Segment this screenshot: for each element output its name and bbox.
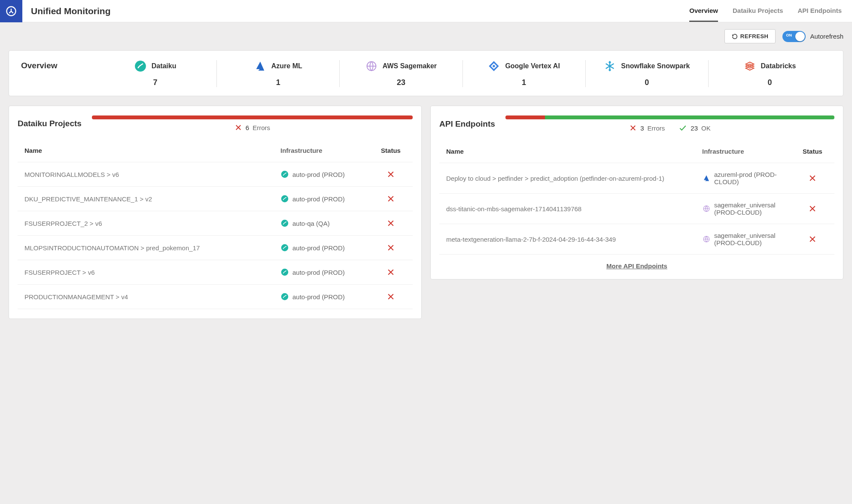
row-status	[797, 174, 828, 182]
table-row[interactable]: dss-titanic-on-mbs-sagemaker-17140411397…	[439, 194, 834, 224]
sagemaker-icon	[702, 204, 711, 213]
row-status	[376, 292, 406, 301]
svg-point-1	[135, 61, 146, 72]
col-name: Name	[446, 148, 697, 155]
table-row[interactable]: Deploy to cloud > petfinder > predict_ad…	[439, 163, 834, 194]
col-status: Status	[376, 147, 406, 154]
content: Overview Dataiku7Azure ML1AWS Sagemaker2…	[0, 43, 852, 326]
svg-point-5	[281, 220, 289, 227]
col-infra: Infrastructure	[280, 147, 371, 154]
error-icon	[386, 170, 395, 179]
autorefresh-label: Autorefresh	[810, 33, 843, 40]
ok-label: OK	[701, 124, 711, 132]
dataiku-icon	[134, 60, 146, 72]
error-icon	[386, 194, 395, 203]
error-icon	[386, 219, 395, 228]
azure-icon	[254, 60, 266, 72]
status-bar-stack: 6 Errors	[92, 115, 413, 131]
ok-count: 23	[691, 124, 698, 132]
tab-api-endpoints[interactable]: API Endpoints	[798, 0, 842, 22]
dataiku-icon	[280, 268, 289, 276]
svg-point-4	[281, 195, 289, 203]
api-endpoints-panel: API Endpoints 3 Errors	[430, 106, 843, 279]
tab-dataiku-projects[interactable]: Dataiku Projects	[733, 0, 783, 22]
table-header: Name Infrastructure Status	[18, 139, 413, 162]
table-row[interactable]: meta-textgeneration-llama-2-7b-f-2024-04…	[439, 224, 834, 255]
row-name: dss-titanic-on-mbs-sagemaker-17140411397…	[446, 205, 697, 213]
platform-aws-sagemaker[interactable]: AWS Sagemaker23	[339, 60, 462, 87]
col-infra: Infrastructure	[702, 148, 792, 155]
row-status	[376, 170, 406, 179]
tab-overview[interactable]: Overview	[689, 0, 718, 22]
svg-point-6	[281, 244, 289, 252]
row-status	[797, 235, 828, 243]
error-icon	[386, 243, 395, 252]
status-bar	[92, 115, 413, 119]
row-name: MONITORINGALLMODELS > v6	[24, 171, 275, 178]
row-name: FSUSERPROJECT > v6	[24, 269, 275, 276]
panel-title: Dataiku Projects	[18, 119, 82, 128]
errors-count: 6	[246, 124, 249, 131]
page-title: Unified Monitoring	[31, 6, 110, 16]
legend-errors: 6 Errors	[234, 124, 270, 131]
infra-label: auto-prod (PROD)	[292, 171, 345, 178]
platform-count: 0	[767, 78, 772, 87]
error-icon	[808, 174, 817, 182]
platform-count: 1	[522, 78, 526, 87]
status-legend: 6 Errors	[92, 124, 413, 131]
platform-azure-ml[interactable]: Azure ML1	[216, 60, 339, 87]
infra-label: auto-prod (PROD)	[292, 195, 345, 203]
status-legend: 3 Errors 23 OK	[505, 124, 834, 132]
vertex-icon	[488, 60, 500, 72]
check-icon	[679, 124, 687, 132]
more-api-endpoints-link[interactable]: More API Endpoints	[439, 255, 834, 270]
row-infra: azureml-prod (PROD-CLOUD)	[702, 171, 792, 185]
dataiku-logo-icon	[0, 0, 22, 22]
row-status	[376, 243, 406, 252]
row-status	[376, 268, 406, 276]
row-infra: auto-qa (QA)	[280, 219, 371, 228]
status-bar-red	[92, 115, 413, 119]
two-panels: Dataiku Projects 6 Errors	[9, 106, 843, 319]
infra-label: azureml-prod (PROD-CLOUD)	[714, 171, 792, 185]
panel-title: API Endpoints	[439, 119, 495, 129]
platforms: Dataiku7Azure ML1AWS Sagemaker23Google V…	[94, 60, 831, 87]
errors-count: 3	[640, 124, 644, 132]
platform-name: Azure ML	[271, 62, 302, 70]
row-name: MLOPSINTRODUCTIONAUTOMATION > pred_pokem…	[24, 244, 275, 252]
panel-head: Dataiku Projects 6 Errors	[18, 115, 413, 131]
sagemaker-icon	[365, 60, 377, 72]
platform-name: AWS Sagemaker	[383, 62, 437, 70]
row-infra: sagemaker_universal (PROD-CLOUD)	[702, 232, 792, 246]
platform-name: Google Vertex AI	[505, 62, 560, 70]
dataiku-icon	[280, 292, 289, 301]
status-bar-red	[505, 115, 545, 119]
row-infra: sagemaker_universal (PROD-CLOUD)	[702, 201, 792, 216]
status-bar-green	[545, 115, 834, 119]
error-icon	[808, 204, 817, 213]
platform-count: 1	[276, 78, 280, 87]
table-row[interactable]: FSUSERPROJECT_2 > v6auto-qa (QA)	[18, 211, 413, 236]
table-row[interactable]: FSUSERPROJECT > v6auto-prod (PROD)	[18, 260, 413, 285]
row-infra: auto-prod (PROD)	[280, 292, 371, 301]
errors-label: Errors	[647, 124, 665, 132]
table-row[interactable]: PRODUCTIONMANAGEMENT > v4auto-prod (PROD…	[18, 285, 413, 309]
x-icon	[234, 124, 242, 131]
table-row[interactable]: DKU_PREDICTIVE_MAINTENANCE_1 > v2auto-pr…	[18, 187, 413, 211]
platform-snowflake-snowpark[interactable]: Snowflake Snowpark0	[585, 60, 708, 87]
autorefresh-toggle[interactable]: ON	[782, 31, 806, 42]
table-row[interactable]: MLOPSINTRODUCTIONAUTOMATION > pred_pokem…	[18, 236, 413, 260]
platform-databricks[interactable]: Databricks0	[708, 60, 831, 87]
refresh-button[interactable]: REFRESH	[724, 29, 776, 43]
row-status	[797, 204, 828, 213]
endpoints-table: Name Infrastructure Status Deploy to clo…	[439, 140, 834, 255]
platform-dataiku[interactable]: Dataiku7	[94, 60, 216, 87]
table-row[interactable]: MONITORINGALLMODELS > v6auto-prod (PROD)	[18, 162, 413, 187]
error-icon	[386, 268, 395, 276]
platform-name: Snowflake Snowpark	[621, 62, 690, 70]
platform-google-vertex-ai[interactable]: Google Vertex AI1	[463, 60, 585, 87]
col-status: Status	[797, 148, 828, 155]
autorefresh-control: ON Autorefresh	[782, 31, 843, 42]
azure-icon	[702, 174, 711, 182]
infra-label: sagemaker_universal (PROD-CLOUD)	[714, 201, 792, 216]
